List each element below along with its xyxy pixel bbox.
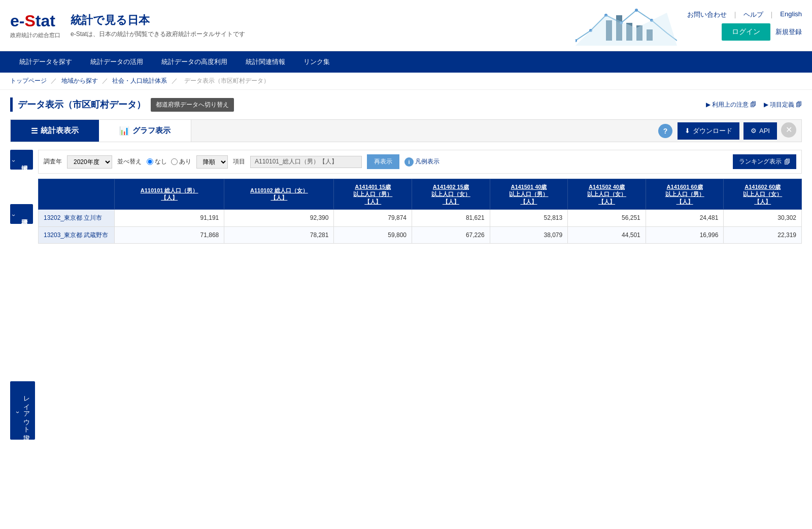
external-link-icon2: 🗐 xyxy=(796,101,802,108)
page-title-area: データ表示（市区町村データ） 都道府県データへ切り替え xyxy=(10,97,234,112)
cell-1-1: 91,191 xyxy=(115,209,224,226)
download-button[interactable]: ⬇ ダウンロード xyxy=(678,122,739,140)
close-button[interactable]: ✕ xyxy=(781,122,796,138)
switch-button[interactable]: 都道府県データへ切り替え xyxy=(151,98,234,112)
th-location xyxy=(39,179,115,210)
radio-yes[interactable] xyxy=(171,158,178,165)
sort-label: 並べ替え xyxy=(117,157,142,166)
breadcrumb: トップページ ／ 地域から探す ／ 社会・人口統計体系 ／ データ表示（市区町村… xyxy=(0,73,812,90)
logo-area: e-Stat 政府統計の総合窓口 xyxy=(10,12,60,39)
cell-1-8: 30,302 xyxy=(724,209,802,226)
tab-graph[interactable]: 📊 グラフ表示 xyxy=(99,120,191,142)
svg-point-9 xyxy=(635,9,638,12)
page-title: データ表示（市区町村データ） xyxy=(18,98,146,111)
table-body: 13202_東京都 立川市 91,191 92,390 79,874 81,62… xyxy=(39,209,802,244)
th-a141502[interactable]: A141502 40歳以上人口（女）【人】 xyxy=(568,179,646,210)
breadcrumb-top[interactable]: トップページ xyxy=(10,77,47,84)
cell-1-4: 81,621 xyxy=(412,209,490,226)
sort-radio-group: なし あり xyxy=(147,157,191,166)
th-a141501[interactable]: A141501 40歳以上人口（男）【人】 xyxy=(490,179,568,210)
breadcrumb-social[interactable]: 社会・人口統計体系 xyxy=(112,77,167,84)
radio-none[interactable] xyxy=(147,158,153,165)
display-items-panel[interactable]: 表示項目選択 › xyxy=(10,204,33,224)
help-button[interactable]: ? xyxy=(658,124,672,138)
cell-1-7: 24,481 xyxy=(646,209,724,226)
th-a110101[interactable]: A110101 総人口（男）【人】 xyxy=(115,179,224,210)
item-definition-link[interactable]: ▶ 項目定義 🗐 xyxy=(764,101,802,109)
title-bar-decoration xyxy=(10,97,13,112)
usage-notes-link[interactable]: ▶ 利用上の注意 🗐 xyxy=(706,101,756,109)
nav-item-advanced[interactable]: 統計データの高度利用 xyxy=(152,51,236,73)
header-desc: e-Statは、日本の統計が閲覧できる政府統計ポータルサイトです xyxy=(71,30,245,39)
th-a110102[interactable]: A110102 総人口（女）【人】 xyxy=(224,179,334,210)
nav-item-use[interactable]: 統計データの活用 xyxy=(81,51,152,73)
nav-item-search[interactable]: 統計データを探す xyxy=(10,51,81,73)
logo-subtitle: 政府統計の総合窓口 xyxy=(10,31,60,39)
contact-link[interactable]: お問い合わせ xyxy=(687,10,727,19)
cell-2-2: 78,281 xyxy=(224,226,334,244)
filter-bar: 調査年 2020年度 並べ替え なし あり 降順 xyxy=(38,150,802,174)
th-a141602[interactable]: A141602 60歳以上人口（女）【人】 xyxy=(724,179,802,210)
chevron-right-icon2: › xyxy=(10,214,17,216)
circle-right-icon2: ▶ xyxy=(764,101,768,108)
cell-2-4: 67,226 xyxy=(412,226,490,244)
cell-2-5: 38,079 xyxy=(490,226,568,244)
page-title-row: データ表示（市区町村データ） 都道府県データへ切り替え ▶ 利用上の注意 🗐 ▶… xyxy=(10,97,802,112)
circle-right-icon: ▶ xyxy=(706,101,710,108)
table-icon: ☰ xyxy=(31,126,38,136)
item-input[interactable] xyxy=(250,156,362,168)
login-button[interactable]: ログイン xyxy=(722,23,770,41)
ranking-icon: 🗐 xyxy=(784,158,790,166)
legend-button[interactable]: i 凡例表示 xyxy=(404,157,439,167)
info-icon: i xyxy=(404,157,414,167)
cell-2-7: 16,996 xyxy=(646,226,724,244)
ranking-button[interactable]: ランキング表示 🗐 xyxy=(733,154,796,169)
main-area: 地域選択 › 表示項目選択 › レイアウト設定 › 調査年 xyxy=(10,150,802,440)
survey-year-label: 調査年 xyxy=(44,157,62,166)
help-link[interactable]: ヘルプ xyxy=(743,10,763,19)
refresh-button[interactable]: 再表示 xyxy=(367,154,399,169)
header-links: お問い合わせ ｜ ヘルプ ｜ English xyxy=(687,10,802,19)
cell-2-1: 71,868 xyxy=(115,226,224,244)
location-cell-2: 13203_東京都 武蔵野市 xyxy=(39,226,115,244)
tab-bar: ☰ 統計表表示 📊 グラフ表示 ? ⬇ ダウンロード ⚙ API ✕ xyxy=(10,119,802,142)
logo-stat-red: S xyxy=(24,12,35,30)
sort-order-select[interactable]: 降順 昇順 xyxy=(196,155,228,169)
header-tagline: 統計で見る日本 e-Statは、日本の統計が閲覧できる政府統計ポータルサイトです xyxy=(71,13,245,39)
register-link[interactable]: 新規登録 xyxy=(775,27,802,37)
header-chart-decoration xyxy=(576,5,677,46)
th-a141402[interactable]: A141402 15歳以上人口（女）【人】 xyxy=(412,179,490,210)
layout-settings-panel[interactable]: レイアウト設定 › xyxy=(10,381,35,440)
th-a141401[interactable]: A141401 15歳以上人口（男）【人】 xyxy=(334,179,412,210)
english-link[interactable]: English xyxy=(780,10,802,19)
side-panels: 地域選択 › 表示項目選択 › レイアウト設定 › xyxy=(10,150,33,440)
page-title-links: ▶ 利用上の注意 🗐 ▶ 項目定義 🗐 xyxy=(706,101,802,109)
breadcrumb-region[interactable]: 地域から探す xyxy=(61,77,98,84)
nav-item-info[interactable]: 統計関連情報 xyxy=(236,51,294,73)
chevron-right-icon3: › xyxy=(14,411,22,413)
api-button[interactable]: ⚙ API xyxy=(743,122,777,140)
download-icon: ⬇ xyxy=(685,127,690,135)
cell-2-6: 44,501 xyxy=(568,226,646,244)
chevron-right-icon: › xyxy=(10,160,17,162)
header-right: お問い合わせ ｜ ヘルプ ｜ English ログイン 新規登録 xyxy=(687,10,802,41)
breadcrumb-current: データ表示（市区町村データ） xyxy=(184,77,269,84)
radio-none-label[interactable]: なし xyxy=(147,157,167,166)
th-a141601[interactable]: A141601 60歳以上人口（男）【人】 xyxy=(646,179,724,210)
radio-yes-label[interactable]: あり xyxy=(171,157,191,166)
cell-1-6: 56,251 xyxy=(568,209,646,226)
external-link-icon: 🗐 xyxy=(750,101,756,108)
nav-item-links[interactable]: リンク集 xyxy=(294,51,339,73)
item-label: 項目 xyxy=(233,157,245,166)
header-actions: ログイン 新規登録 xyxy=(722,23,802,41)
gear-icon: ⚙ xyxy=(751,127,757,135)
region-select-panel[interactable]: 地域選択 › xyxy=(10,150,33,170)
survey-year-select[interactable]: 2020年度 xyxy=(67,155,112,169)
tab-actions: ⬇ ダウンロード ⚙ API ✕ xyxy=(678,122,801,140)
cell-1-5: 52,813 xyxy=(490,209,568,226)
cell-2-8: 22,319 xyxy=(724,226,802,244)
cell-2-3: 59,800 xyxy=(334,226,412,244)
tab-table[interactable]: ☰ 統計表表示 xyxy=(11,120,99,142)
main-nav: 統計データを探す 統計データの活用 統計データの高度利用 統計関連情報 リンク集 xyxy=(0,51,812,73)
logo-stat-blue: tat xyxy=(36,12,55,30)
